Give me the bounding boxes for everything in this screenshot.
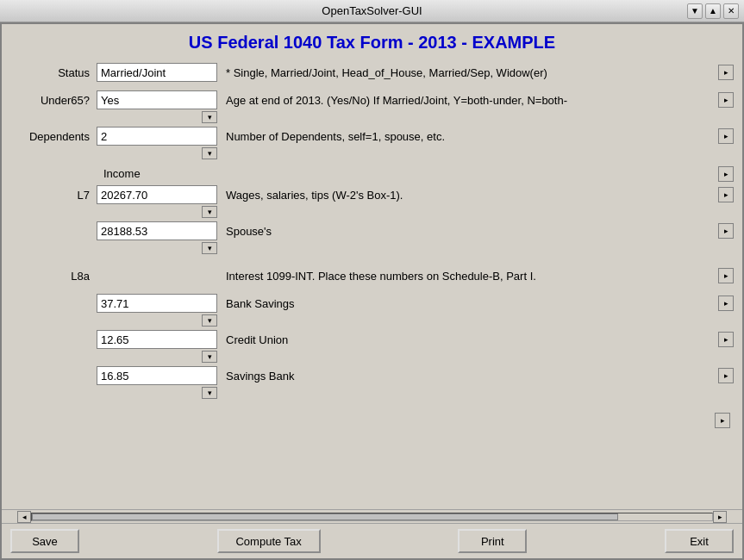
income-label: Income <box>103 167 141 180</box>
l8a-credit-expand-btn[interactable]: ▾ <box>202 351 217 363</box>
toolbar: Save Compute Tax Print Exit <box>2 523 742 558</box>
under65-right-btn[interactable]: ▸ <box>718 92 734 108</box>
h-scrollbar[interactable]: ◂ ▸ <box>2 509 742 523</box>
form-title: US Federal 1040 Tax Form - 2013 - EXAMPL… <box>189 33 555 52</box>
l8a-row: L8a Interest 1099-INT. Place these numbe… <box>10 266 734 290</box>
l8a-savings-label <box>10 366 97 370</box>
l8a-credit-input-col: ▾ <box>97 330 217 363</box>
scroll-right-btn[interactable]: ▸ <box>713 511 727 523</box>
l8a-credit-row: ▾ Credit Union ▸ <box>10 330 734 363</box>
under65-desc: Age at end of 2013. (Yes/No) If Married/… <box>217 90 715 107</box>
l8a-desc: Interest 1099-INT. Place these numbers o… <box>217 266 715 283</box>
l8a-bank-desc: Bank Savings <box>217 294 715 310</box>
l7-spouse-right-btn[interactable]: ▸ <box>718 223 734 239</box>
scroll-left-btn[interactable]: ◂ <box>17 511 31 523</box>
title-bar: OpenTaxSolver-GUI ▼ ▲ ✕ <box>0 0 744 22</box>
bottom-right-btn[interactable]: ▸ <box>715 413 730 428</box>
status-input-col <box>97 63 217 82</box>
status-row: Status * Single, Married/Joint, Head_of_… <box>10 63 734 87</box>
window-title: OpenTaxSolver-GUI <box>57 4 687 17</box>
dependents-right-btn[interactable]: ▸ <box>718 128 734 144</box>
under65-input[interactable] <box>97 90 217 109</box>
l7-input[interactable] <box>97 185 217 204</box>
dependents-label: Dependents <box>10 127 97 143</box>
l8a-credit-right-btn[interactable]: ▸ <box>718 332 734 347</box>
dependents-input[interactable] <box>97 127 217 146</box>
l8a-savings-desc: Savings Bank <box>217 366 715 383</box>
income-right-btn[interactable]: ▸ <box>718 166 734 182</box>
l8a-savings-row: ▾ Savings Bank ▸ <box>10 366 734 399</box>
spacer1 <box>10 258 734 266</box>
print-button[interactable]: Print <box>458 529 527 553</box>
l7-spouse-label <box>10 221 97 225</box>
income-section-row: Income ▸ <box>10 165 734 182</box>
l8a-bank-row: ▾ Bank Savings ▸ <box>10 294 734 327</box>
l8a-savings-input[interactable] <box>97 366 217 385</box>
exit-button[interactable]: Exit <box>665 529 734 553</box>
l8a-credit-input[interactable] <box>97 330 217 349</box>
dependents-desc: Number of Dependents, self=1, spouse, et… <box>217 127 715 143</box>
status-desc: * Single, Married/Joint, Head_of_House, … <box>217 63 715 79</box>
form-header: US Federal 1040 Tax Form - 2013 - EXAMPL… <box>2 24 742 58</box>
l8a-bank-input[interactable] <box>97 294 217 313</box>
l8a-bank-expand-btn[interactable]: ▾ <box>202 314 217 327</box>
status-right-btn[interactable]: ▸ <box>718 65 734 80</box>
l7-desc: Wages, salaries, tips (W-2's Box-1). <box>217 185 715 202</box>
close-button[interactable]: ✕ <box>723 3 739 19</box>
l8a-savings-input-col: ▾ <box>97 366 217 399</box>
under65-label: Under65? <box>10 90 97 107</box>
status-label: Status <box>10 63 97 79</box>
main-window: US Federal 1040 Tax Form - 2013 - EXAMPL… <box>0 22 744 560</box>
l7-row: L7 ▾ Wages, salaries, tips (W-2's Box-1)… <box>10 185 734 218</box>
l7-expand-btn[interactable]: ▾ <box>202 206 217 218</box>
l8a-savings-right-btn[interactable]: ▸ <box>718 368 734 383</box>
content-area: Status * Single, Married/Joint, Head_of_… <box>2 58 742 509</box>
l7-spouse-input-col: ▾ <box>97 221 217 254</box>
l8a-savings-expand-btn[interactable]: ▾ <box>202 387 217 399</box>
scroll-content[interactable]: Status * Single, Married/Joint, Head_of_… <box>2 58 742 509</box>
under65-expand-btn[interactable]: ▾ <box>202 111 217 123</box>
l7-input-col: ▾ <box>97 185 217 218</box>
l8a-right-btn[interactable]: ▸ <box>718 268 734 283</box>
window-controls: ▼ ▲ ✕ <box>687 3 739 19</box>
h-scrollbar-thumb[interactable] <box>32 513 618 520</box>
l8a-bank-label <box>10 294 97 297</box>
l7-right-btn[interactable]: ▸ <box>718 187 734 202</box>
l8a-bank-right-btn[interactable]: ▸ <box>718 296 734 311</box>
bottom-right-btn-row: ▸ <box>10 411 734 428</box>
dependents-input-col: ▾ <box>97 127 217 159</box>
minimize-button[interactable]: ▼ <box>687 3 703 19</box>
l8a-credit-desc: Credit Union <box>217 330 715 346</box>
under65-row: Under65? ▾ Age at end of 2013. (Yes/No) … <box>10 90 734 123</box>
l7-spouse-expand-btn[interactable]: ▾ <box>202 242 217 254</box>
l7-spouse-input[interactable] <box>97 221 217 240</box>
save-button[interactable]: Save <box>10 529 79 553</box>
dependents-expand-btn[interactable]: ▾ <box>202 147 217 159</box>
spacer2 <box>10 402 734 411</box>
l7-spouse-desc: Spouse's <box>217 221 715 238</box>
dependents-row: Dependents ▾ Number of Dependents, self=… <box>10 127 734 159</box>
l8a-credit-label <box>10 330 97 333</box>
status-input[interactable] <box>97 63 217 82</box>
under65-input-col: ▾ <box>97 90 217 123</box>
l8a-label: L8a <box>10 266 97 283</box>
l7-label: L7 <box>10 185 97 202</box>
h-scrollbar-track <box>31 513 713 521</box>
l8a-bank-input-col: ▾ <box>97 294 217 327</box>
compute-tax-button[interactable]: Compute Tax <box>217 529 321 553</box>
l7-spouse-row: ▾ Spouse's ▸ <box>10 221 734 254</box>
maximize-button[interactable]: ▲ <box>705 3 721 19</box>
